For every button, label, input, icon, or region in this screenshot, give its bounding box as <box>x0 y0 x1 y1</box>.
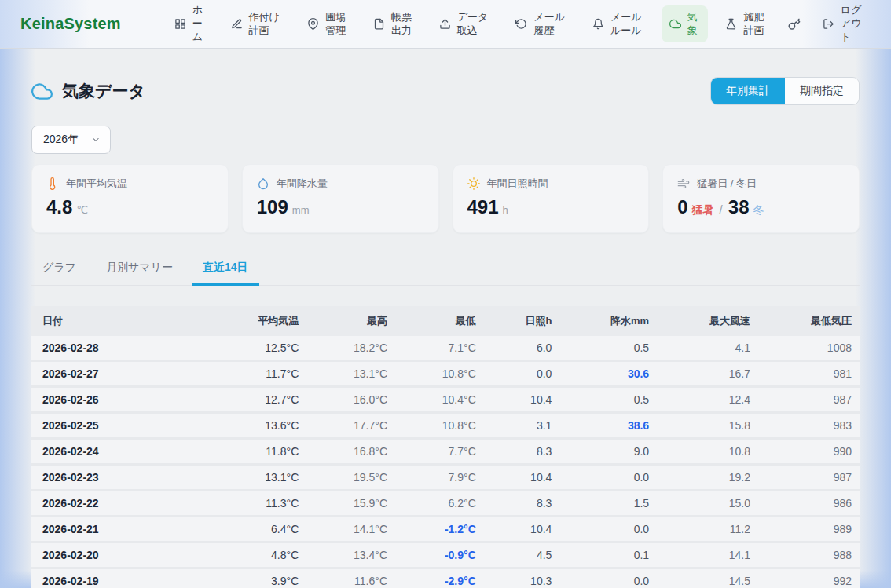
separator: / <box>720 203 723 216</box>
column-header: 日照h <box>484 306 560 336</box>
cell-max: 13.4°C <box>306 542 395 568</box>
stat-unit: ℃ <box>76 204 88 216</box>
upload-icon <box>439 18 451 30</box>
nav-item-weather[interactable]: 気象 <box>662 5 708 43</box>
main-content: 気象データ 年別集計 期間指定 2026年 年間平均気温 4.8 ℃ 年 <box>0 49 891 588</box>
table-row: 2026-02-2211.3°C15.9°C6.2°C8.31.515.0986 <box>31 491 860 517</box>
nav-item-home[interactable]: ホーム <box>167 0 213 49</box>
thermometer-icon <box>46 177 59 190</box>
cell-sun: 8.3 <box>484 491 560 517</box>
cell-avg: 3.9°C <box>205 568 306 588</box>
nav-item-label: 圃場管理 <box>325 11 347 38</box>
cell-rain: 0.1 <box>559 542 657 568</box>
cell-date: 2026-02-20 <box>31 542 205 568</box>
column-header: 最高 <box>306 306 395 336</box>
nav-item-data-import[interactable]: データ取込 <box>431 5 498 43</box>
cell-max: 11.6°C <box>306 568 395 588</box>
cold-days-label: 冬 <box>753 203 764 217</box>
chevron-down-icon <box>91 135 101 144</box>
cell-wind: 11.2 <box>657 517 758 542</box>
tab-last-14-days[interactable]: 直近14日 <box>192 254 259 286</box>
weather-table-body: 2026-02-2812.5°C18.2°C7.1°C6.00.54.11008… <box>31 336 860 588</box>
stat-card-precipitation: 年間降水量 109 mm <box>242 164 439 233</box>
stat-card-extreme-days: 猛暑日 / 冬日 0 猛暑 / 38 冬 <box>662 164 860 233</box>
column-header: 最低気圧 <box>758 306 860 336</box>
cell-min: 10.4°C <box>395 387 484 413</box>
cell-min: 10.8°C <box>395 361 484 387</box>
cell-avg: 13.6°C <box>205 413 306 439</box>
cell-sun: 10.4 <box>484 517 560 542</box>
nav-item-report-output[interactable]: 帳票出力 <box>365 5 421 43</box>
cell-max: 18.2°C <box>306 336 395 361</box>
cell-avg: 13.1°C <box>205 465 306 491</box>
cell-min: -0.9°C <box>395 542 484 568</box>
cell-wind: 15.8 <box>657 413 758 439</box>
cell-min: -1.2°C <box>395 517 484 542</box>
nav-item-fertilizer-plan[interactable]: 施肥計画 <box>717 5 773 43</box>
stat-value: 491 <box>468 196 499 218</box>
cell-rain: 38.6 <box>559 413 657 439</box>
cell-min: 7.1°C <box>395 336 484 361</box>
stat-label: 年間日照時間 <box>487 177 548 191</box>
stat-value: 4.8 <box>46 196 72 218</box>
nav-item-mail-rules[interactable]: メールルール <box>585 5 651 43</box>
nav-item-label: メールルール <box>610 11 644 38</box>
nav-item-label: 帳票出力 <box>391 11 413 38</box>
nav-item-planting-plan[interactable]: 作付け計画 <box>223 5 290 43</box>
cell-pressure: 988 <box>758 542 860 568</box>
table-row: 2026-02-193.9°C11.6°C-2.9°C10.30.014.599… <box>31 568 860 588</box>
cell-sun: 6.0 <box>484 336 560 361</box>
cell-rain: 30.6 <box>559 361 657 387</box>
tab-monthly-summary[interactable]: 月別サマリー <box>95 254 184 286</box>
stat-label: 年間平均気温 <box>66 177 127 191</box>
cell-max: 14.1°C <box>306 517 395 542</box>
cell-date: 2026-02-23 <box>31 465 205 491</box>
table-row: 2026-02-2812.5°C18.2°C7.1°C6.00.54.11008 <box>31 336 860 361</box>
cell-avg: 11.8°C <box>205 439 306 465</box>
nav-item-label: データ取込 <box>457 11 490 38</box>
cell-rain: 1.5 <box>559 491 657 517</box>
cell-date: 2026-02-28 <box>31 336 205 361</box>
nav-item-label: 作付け計画 <box>249 11 282 38</box>
cell-pressure: 987 <box>758 387 860 413</box>
cell-max: 16.8°C <box>306 439 395 465</box>
nav-item-label: 気象 <box>688 11 700 38</box>
nav-item-field-management[interactable]: 圃場管理 <box>299 5 355 43</box>
table-row: 2026-02-216.4°C14.1°C-1.2°C10.40.011.298… <box>31 517 860 542</box>
sun-icon <box>468 177 480 190</box>
nav-item-logout[interactable]: ログアウト <box>815 0 871 49</box>
cell-wind: 14.1 <box>657 542 758 568</box>
cell-wind: 15.0 <box>657 491 758 517</box>
stat-label: 年間降水量 <box>277 177 328 191</box>
cell-pressure: 987 <box>758 465 860 491</box>
nav-item-mail-history[interactable]: メール履歴 <box>508 5 574 43</box>
cold-days-value: 38 <box>728 196 750 218</box>
cell-avg: 11.7°C <box>205 361 306 387</box>
cell-wind: 4.1 <box>657 336 758 361</box>
table-row: 2026-02-2411.8°C16.8°C7.7°C8.39.010.8990 <box>31 439 860 465</box>
stat-card-sunshine: 年間日照時間 491 h <box>453 164 650 233</box>
year-select[interactable]: 2026年 <box>31 126 111 154</box>
tab-graph[interactable]: グラフ <box>31 254 87 286</box>
cell-max: 13.1°C <box>306 361 395 387</box>
key-button[interactable] <box>783 13 805 35</box>
cell-date: 2026-02-19 <box>31 568 205 588</box>
cell-rain: 0.0 <box>559 568 657 588</box>
cell-min: 10.8°C <box>395 413 484 439</box>
cell-wind: 10.8 <box>657 439 758 465</box>
weather-table-header: 日付平均気温最高最低日照h降水mm最大風速最低気圧 <box>31 306 860 336</box>
cell-date: 2026-02-25 <box>31 413 205 439</box>
cell-pressure: 983 <box>758 413 860 439</box>
stat-unit: h <box>503 204 508 216</box>
cell-wind: 19.2 <box>657 465 758 491</box>
period-toggle-button[interactable]: 期間指定 <box>785 78 859 104</box>
yearly-toggle-button[interactable]: 年別集計 <box>711 78 785 104</box>
year-select-value: 2026年 <box>43 133 79 147</box>
cell-sun: 10.3 <box>484 568 560 588</box>
hot-days-value: 0 <box>677 196 688 218</box>
cell-date: 2026-02-21 <box>31 517 205 542</box>
brand-logo[interactable]: KeinaSystem <box>20 15 121 33</box>
bell-icon <box>592 18 604 30</box>
table-row: 2026-02-2711.7°C13.1°C10.8°C0.030.616.79… <box>31 361 860 387</box>
cell-rain: 0.0 <box>559 517 657 542</box>
